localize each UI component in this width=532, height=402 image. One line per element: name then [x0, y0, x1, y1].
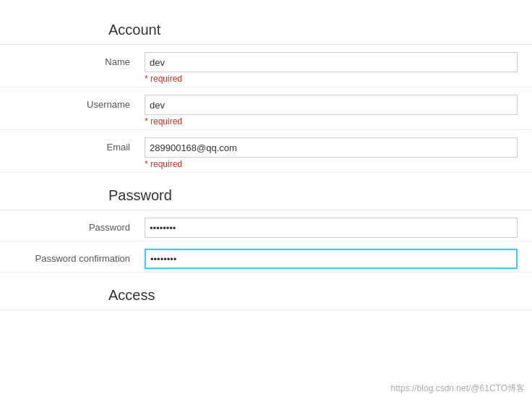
access-title: Access: [0, 280, 532, 310]
name-input[interactable]: [145, 52, 518, 72]
email-required: * required: [145, 159, 518, 169]
password-label: Password: [0, 218, 145, 233]
account-title: Account: [0, 14, 532, 45]
email-field: * required: [145, 137, 518, 169]
email-row: Email * required: [0, 130, 532, 173]
password-section: Password Password Password confirmation: [0, 180, 532, 273]
password-title: Password: [0, 180, 532, 210]
password-field: [145, 218, 518, 238]
email-input[interactable]: [145, 137, 518, 158]
username-row: Username * required: [0, 87, 532, 130]
account-section: Account Name * required Username * requi…: [0, 14, 532, 173]
access-section: Access: [0, 280, 532, 310]
password-confirmation-input[interactable]: [145, 249, 518, 269]
password-row: Password: [0, 210, 532, 241]
email-label: Email: [0, 137, 145, 153]
username-input[interactable]: [145, 95, 518, 115]
username-required: * required: [145, 116, 518, 127]
name-field: * required: [145, 52, 518, 84]
password-confirmation-field: [145, 249, 518, 269]
name-label: Name: [0, 52, 145, 67]
watermark: https://blog.csdn.net/@61CTO博客: [391, 382, 525, 395]
name-row: Name * required: [0, 45, 532, 87]
password-confirmation-label: Password confirmation: [0, 249, 145, 264]
password-confirmation-row: Password confirmation: [0, 241, 532, 273]
page-container: Account Name * required Username * requi…: [0, 0, 532, 332]
name-required: * required: [145, 74, 518, 84]
username-label: Username: [0, 95, 145, 110]
username-field: * required: [145, 95, 518, 127]
password-input[interactable]: [145, 218, 518, 238]
